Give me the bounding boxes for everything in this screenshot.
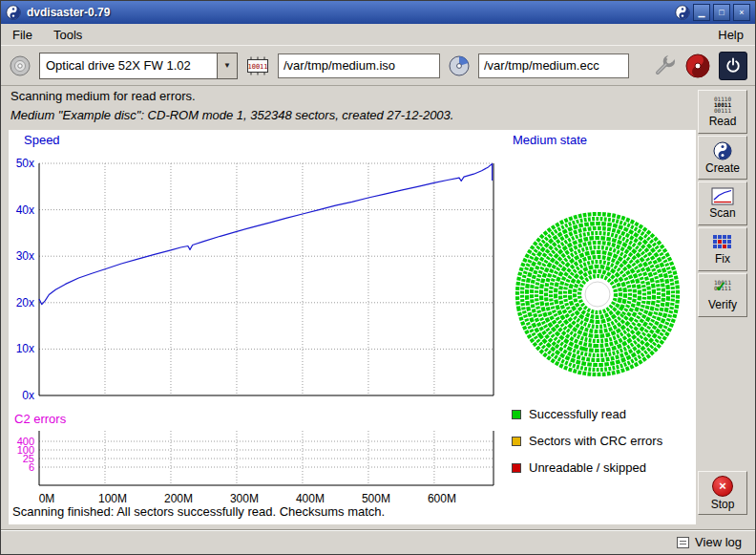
menu-tools[interactable]: Tools [52, 27, 84, 43]
legend-swatch-crc [512, 437, 521, 446]
toolbar: Optical drive 52X FW 1.02 ▼ 10011 [1, 45, 755, 86]
stop-x-icon: × [712, 476, 733, 497]
binary-read-icon: 01110 10011 00111 [714, 96, 731, 114]
fix-button[interactable]: Fix [698, 227, 747, 271]
medium-state-legend: Successfully read Sectors with CRC error… [512, 407, 662, 475]
svg-text:100M: 100M [98, 492, 127, 505]
svg-text:20x: 20x [16, 296, 34, 310]
legend-label-unreadable: Unreadable / skipped [529, 460, 646, 475]
view-log-button[interactable]: View log [673, 533, 746, 551]
svg-text:500M: 500M [362, 492, 390, 505]
svg-text:30x: 30x [16, 249, 34, 263]
image-file-icon: 10011 [245, 54, 270, 77]
ecc-file-input[interactable] [478, 53, 629, 78]
drive-icon [9, 54, 32, 77]
preferences-wrench-icon[interactable] [652, 53, 677, 78]
maximize-button[interactable]: □ [713, 4, 730, 21]
svg-text:600M: 600M [428, 492, 456, 505]
read-button-label: Read [709, 115, 737, 128]
read-button[interactable]: 01110 10011 00111 Read [698, 90, 747, 134]
verify-button[interactable]: 10011 00111 ✓ Verify [698, 273, 747, 317]
app-icon [6, 5, 21, 20]
scan-result-status: Scanning finished: All sectors successfu… [12, 504, 385, 519]
menubar: File Tools Help [1, 24, 755, 45]
legend-swatch-success [512, 410, 521, 419]
view-log-label: View log [695, 535, 742, 549]
dvdisaster-logo-icon [684, 53, 711, 79]
create-button-label: Create [705, 161, 740, 175]
create-button[interactable]: Create [698, 136, 747, 180]
app-window: dvdisaster-0.79 ▁ □ × File Tools Help [0, 0, 756, 555]
legend-item-success: Successfully read [512, 407, 662, 421]
svg-text:10x: 10x [16, 342, 34, 355]
stop-button[interactable]: × Stop [698, 471, 747, 515]
menu-help[interactable]: Help [716, 27, 746, 43]
scan-chart-icon [711, 187, 734, 205]
titlebar-yinyang-icon [675, 5, 690, 20]
fix-button-label: Fix [715, 252, 730, 266]
medium-state-disc [507, 210, 688, 382]
legend-label-success: Successfully read [529, 407, 626, 421]
chart-area: Speed Medium state C2 errors 0M100M200M3… [9, 130, 696, 524]
verify-check-icon: 10011 00111 ✓ [712, 280, 733, 297]
svg-text:10011: 10011 [247, 62, 267, 70]
image-file-input[interactable] [278, 53, 440, 78]
svg-text:0x: 0x [22, 389, 34, 402]
titlebar-buttons: ▁ □ × [675, 4, 750, 21]
status-line-1: Scanning medium for read errors. [10, 89, 453, 103]
stop-button-label: Stop [711, 498, 735, 511]
view-log-icon [677, 537, 689, 548]
svg-text:400M: 400M [296, 492, 325, 505]
legend-label-crc: Sectors with CRC errors [529, 434, 662, 448]
svg-text:300M: 300M [230, 492, 259, 505]
chevron-down-icon[interactable]: ▼ [217, 53, 237, 78]
scan-button[interactable]: Scan [698, 181, 747, 225]
speed-and-c2-charts: 0M100M200M300M400M500M600M50x40x30x20x10… [9, 130, 505, 512]
fix-matrix-icon [712, 234, 733, 251]
svg-text:200M: 200M [164, 492, 193, 505]
titlebar[interactable]: dvdisaster-0.79 ▁ □ × [1, 1, 755, 24]
svg-text:40x: 40x [16, 203, 34, 217]
svg-text:50x: 50x [16, 157, 34, 170]
action-sidebar: 01110 10011 00111 Read Create Scan [698, 90, 751, 319]
legend-item-crc: Sectors with CRC errors [512, 434, 662, 448]
medium-state-title: Medium state [513, 133, 587, 147]
yin-yang-icon [713, 141, 732, 160]
status-line-2: Medium "Example disc": CD-ROM mode 1, 35… [10, 108, 453, 122]
drive-selector[interactable]: Optical drive 52X FW 1.02 ▼ [39, 53, 238, 79]
verify-button-label: Verify [708, 298, 737, 311]
drive-selector-value: Optical drive 52X FW 1.02 [40, 53, 217, 78]
scan-button-label: Scan [709, 206, 735, 220]
legend-item-unreadable: Unreadable / skipped [512, 460, 662, 475]
menu-file[interactable]: File [10, 27, 34, 43]
close-button[interactable]: × [733, 4, 750, 21]
window-title: dvdisaster-0.79 [27, 6, 110, 19]
legend-swatch-unreadable [512, 463, 521, 473]
status-heading: Scanning medium for read errors. Medium … [10, 89, 453, 122]
quit-power-button[interactable] [719, 52, 747, 80]
ecc-file-icon [448, 54, 471, 77]
svg-text:0M: 0M [39, 492, 55, 505]
svg-text:6: 6 [29, 461, 34, 473]
statusbar: View log [1, 529, 755, 554]
minimize-button[interactable]: ▁ [693, 4, 710, 21]
